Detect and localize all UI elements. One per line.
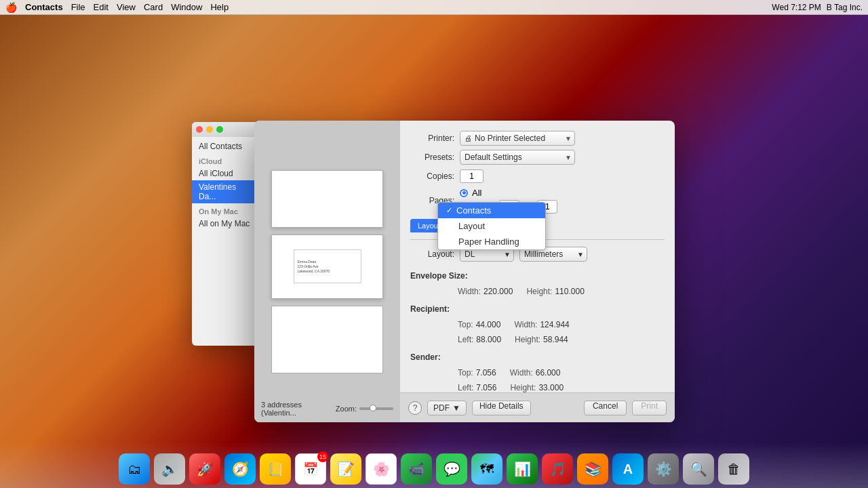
copies-input[interactable] xyxy=(460,169,484,183)
recipient-top-label: Top: xyxy=(458,320,473,329)
pdf-label: PDF xyxy=(433,403,450,413)
sender-width-label: Width: xyxy=(510,368,533,378)
sender-width-item: Width: 66.000 xyxy=(510,368,561,378)
sender-title: Sender: xyxy=(410,352,665,362)
dock-music[interactable]: 🎵 xyxy=(541,453,574,485)
style-dropdown-overlay: ✓ Contacts Layout Paper Handling xyxy=(437,202,546,250)
pages-all-radio[interactable] xyxy=(460,189,468,197)
recipient-left-label: Left: xyxy=(458,335,473,344)
zoom-container: Zoom: xyxy=(336,405,393,413)
pdf-arrow-icon: ▼ xyxy=(452,403,460,413)
zoom-thumb[interactable] xyxy=(370,405,376,411)
addresses-count: 3 addresses (Valentin... xyxy=(261,401,336,417)
sender-height-label: Height: xyxy=(510,383,536,392)
contacts-titlebar xyxy=(192,122,260,137)
envelope-width-value: 220.000 xyxy=(484,287,513,296)
dropdown-paper-handling[interactable]: Paper Handling xyxy=(438,234,545,249)
recipient-left-value: 88.000 xyxy=(476,335,501,344)
sender-height-item: Height: 33.000 xyxy=(510,383,564,392)
sender-top-item: Top: 7.056 xyxy=(458,368,496,378)
printer-row: Printer: 🖨 No Printer Selected ▼ xyxy=(410,131,665,146)
dock-photos[interactable]: 🌸 xyxy=(365,453,397,485)
print-bottom-toolbar: ? PDF ▼ Hide Details Cancel Print xyxy=(400,392,675,422)
dock-finder[interactable]: 🗂 xyxy=(118,453,151,485)
dock-launchpad[interactable]: 🚀 xyxy=(189,453,221,485)
print-preview-area: Emma Dean 123 Orilla Ave Lakewood, CA 20… xyxy=(254,121,400,422)
dock-system-preferences[interactable]: ⚙️ xyxy=(647,453,679,485)
dropdown-contacts-label: Contacts xyxy=(456,205,491,216)
dock-appstore[interactable]: A xyxy=(612,453,644,485)
sender-row-2: Left: 7.056 Height: 33.000 xyxy=(410,383,665,392)
minimize-button[interactable] xyxy=(206,126,213,133)
hide-details-button[interactable]: Hide Details xyxy=(472,401,531,415)
recipient-width-label: Width: xyxy=(514,320,537,329)
pdf-button[interactable]: PDF ▼ xyxy=(427,401,467,415)
print-dialog: Emma Dean 123 Orilla Ave Lakewood, CA 20… xyxy=(254,121,675,422)
printer-select[interactable]: 🖨 No Printer Selected ▼ xyxy=(460,131,575,146)
dock-maps[interactable]: 🗺 xyxy=(471,453,503,485)
envelope-height-value: 110.000 xyxy=(555,287,584,296)
presets-select[interactable]: Default Settings ▼ xyxy=(460,150,575,165)
menu-card[interactable]: Card xyxy=(144,2,163,12)
menubar-account: B Tag Inc. xyxy=(827,3,863,12)
zoom-slider[interactable] xyxy=(359,407,393,410)
app-name[interactable]: Contacts xyxy=(25,2,63,12)
cancel-button[interactable]: Cancel xyxy=(584,401,627,415)
print-settings: Printer: 🖨 No Printer Selected ▼ Presets… xyxy=(400,121,675,422)
printer-label: Printer: xyxy=(410,134,454,143)
sender-left-item: Left: 7.056 xyxy=(458,383,496,392)
dropdown-contacts[interactable]: ✓ Contacts xyxy=(438,203,545,218)
recipient-left-item: Left: 88.000 xyxy=(458,335,501,344)
menu-help[interactable]: Help xyxy=(210,2,229,12)
menu-file[interactable]: File xyxy=(71,2,85,12)
dock-trash[interactable]: 🗑 xyxy=(717,453,750,485)
presets-label: Presets: xyxy=(410,152,454,162)
envelope-height-label: Height: xyxy=(526,287,552,296)
menu-edit[interactable]: Edit xyxy=(94,2,108,12)
presets-row: Presets: Default Settings ▼ xyxy=(410,150,665,165)
pages-all-label: All xyxy=(472,188,481,198)
recipient-title: Recipient: xyxy=(410,304,665,314)
dock-calendar[interactable]: 📅 15 xyxy=(294,453,327,485)
sender-top-label: Top: xyxy=(458,368,473,378)
layout-label: Layout: xyxy=(410,249,454,259)
dock-numbers[interactable]: 📊 xyxy=(506,453,538,485)
dock-stickies[interactable]: 📝 xyxy=(330,453,362,485)
close-button[interactable] xyxy=(196,126,203,133)
on-my-mac-section: On My Mac xyxy=(192,206,260,217)
all-contacts-item[interactable]: All Contacts xyxy=(192,140,260,153)
dock-books[interactable]: 📚 xyxy=(576,453,609,485)
recipient-row-2: Left: 88.000 Height: 58.944 xyxy=(410,335,665,344)
apple-menu[interactable]: 🍎 xyxy=(5,2,17,13)
recipient-height-item: Height: 58.944 xyxy=(515,335,568,344)
dock-facetime[interactable]: 📹 xyxy=(400,453,433,485)
all-on-mac-item[interactable]: All on My Mac xyxy=(192,217,260,230)
preview-footer: 3 addresses (Valentin... Zoom: xyxy=(254,401,400,417)
all-icloud-item[interactable]: All iCloud xyxy=(192,167,260,180)
valentines-item[interactable]: Valentines Da... xyxy=(192,180,260,203)
dock: 🗂 🔊 🚀 🧭 📒 📅 15 📝 🌸 📹 💬 xyxy=(0,442,868,488)
sender-height-value: 33.000 xyxy=(538,383,564,392)
maximize-button[interactable] xyxy=(216,126,223,133)
print-button[interactable]: Print xyxy=(632,401,667,415)
dock-spotlight[interactable]: 🔍 xyxy=(682,453,715,485)
envelope-size-row: Width: 220.000 Height: 110.000 xyxy=(410,287,665,296)
dock-messages[interactable]: 💬 xyxy=(435,453,468,485)
dropdown-paper-handling-label: Paper Handling xyxy=(458,237,519,247)
envelope-address-block: Emma Dean 123 Orilla Ave Lakewood, CA 20… xyxy=(294,249,361,283)
recipient-height-value: 58.944 xyxy=(543,335,568,344)
recipient-height-label: Height: xyxy=(515,335,540,344)
menubar: 🍎 Contacts File Edit View Card Window He… xyxy=(0,0,868,15)
checkmark-icon: ✓ xyxy=(446,206,452,215)
desktop: 🍎 Contacts File Edit View Card Window He… xyxy=(0,0,868,488)
sender-left-value: 7.056 xyxy=(476,383,496,392)
dropdown-layout[interactable]: Layout xyxy=(438,218,545,234)
menu-view[interactable]: View xyxy=(117,2,136,12)
help-button[interactable]: ? xyxy=(408,401,422,415)
menu-window[interactable]: Window xyxy=(171,2,202,12)
dock-siri[interactable]: 🔊 xyxy=(153,453,186,485)
dock-safari[interactable]: 🧭 xyxy=(224,453,256,485)
envelope-line-3: Lakewood, CA 20070 xyxy=(298,269,357,274)
recipient-top-item: Top: 44.000 xyxy=(458,320,500,329)
dock-notes[interactable]: 📒 xyxy=(259,453,292,485)
